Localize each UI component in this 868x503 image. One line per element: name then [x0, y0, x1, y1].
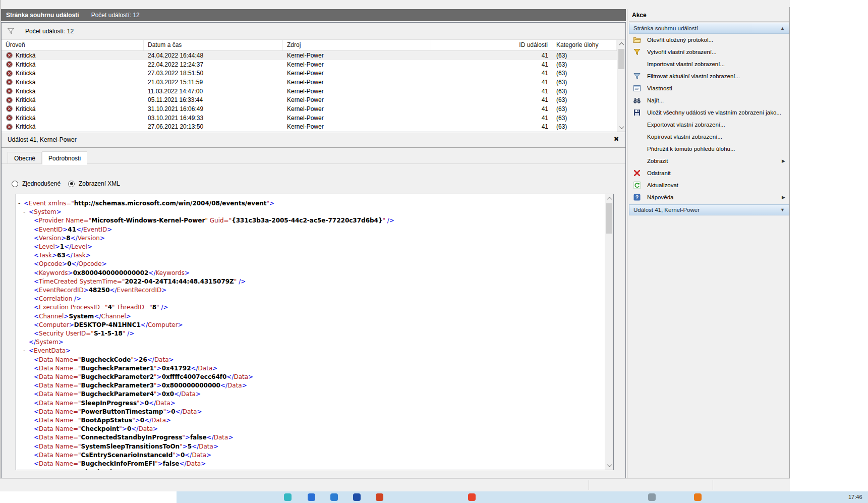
preview-title: Událost 41, Kernel-Power — [8, 132, 77, 147]
action-item[interactable]: Zobrazit▶ — [629, 155, 789, 167]
xml-view[interactable]: -<Event xmlns="http://schemas.microsoft.… — [16, 194, 614, 470]
action-item[interactable]: Vytvořit vlastní zobrazení... — [629, 46, 789, 58]
event-level-label: Kritická — [16, 96, 35, 103]
collapse-marker[interactable]: - — [23, 347, 25, 355]
event-level: Kritická — [2, 96, 144, 104]
event-row[interactable]: Kritická11.03.2022 14:47:00Kernel-Power4… — [2, 87, 617, 96]
column-header[interactable]: Datum a čas — [144, 40, 283, 50]
critical-icon — [6, 114, 13, 122]
column-header[interactable]: ID události — [431, 40, 552, 50]
taskbar-app-icon[interactable] — [308, 493, 315, 501]
taskbar-app-icon[interactable] — [330, 493, 338, 501]
event-datetime: 05.11.2021 16:33:44 — [144, 96, 283, 103]
view-mode-radio[interactable]: Zobrazení XML — [68, 179, 120, 189]
xml-line: </System> — [16, 338, 605, 347]
action-item-label: Vlastnosti — [647, 85, 672, 91]
scroll-thumb[interactable] — [618, 49, 624, 69]
preview-header: Událost 41, Kernel-Power ✖ — [2, 132, 625, 147]
event-id: 41 — [431, 79, 552, 86]
action-item[interactable]: Importovat vlastní zobrazení... — [629, 58, 789, 70]
action-item[interactable]: ?Nápověda▶ — [629, 191, 789, 203]
table-scrollbar[interactable] — [617, 40, 625, 132]
action-section-header[interactable]: Událost 41, Kernel-Power▼ — [629, 204, 789, 215]
chevron-down-icon[interactable]: ▼ — [780, 207, 785, 212]
preview-tab[interactable]: Obecné — [8, 152, 42, 164]
scroll-thumb[interactable] — [606, 203, 612, 234]
preview-header-divider — [2, 147, 625, 148]
critical-icon — [6, 61, 13, 68]
taskbar-search-area[interactable] — [0, 491, 177, 503]
preview-tab[interactable]: Podrobnosti — [42, 151, 87, 165]
taskbar[interactable]: 17:46 — [0, 491, 868, 503]
event-row[interactable]: Kritická05.11.2021 16:33:44Kernel-Power4… — [2, 95, 617, 104]
scroll-up-button[interactable] — [605, 194, 613, 203]
critical-icon — [6, 123, 13, 131]
taskbar-app-icon[interactable] — [353, 493, 361, 501]
event-task-category: (63) — [552, 79, 617, 86]
event-source: Kernel-Power — [283, 88, 431, 95]
action-item[interactable]: Exportovat vlastní zobrazení... — [629, 119, 789, 131]
view-mode-radio[interactable]: Zjednodušené — [12, 179, 61, 189]
event-row[interactable]: Kritická24.04.2022 16:44:48Kernel-Power4… — [2, 51, 617, 60]
collapse-marker[interactable]: - — [18, 199, 20, 208]
event-task-category: (63) — [552, 96, 617, 103]
collapse-marker[interactable]: - — [23, 208, 25, 216]
column-header[interactable]: Kategorie úlohy — [552, 40, 617, 50]
close-icon[interactable]: ✖ — [612, 135, 620, 143]
action-item[interactable]: Filtrovat aktuální vlastní zobrazení... — [629, 70, 789, 82]
xml-line: <Data Name="BugcheckParameter3">0x800000… — [16, 381, 605, 390]
pane-divider — [627, 9, 627, 478]
scroll-up-button[interactable] — [617, 40, 625, 48]
scroll-down-button[interactable] — [617, 123, 625, 132]
critical-icon — [6, 70, 13, 77]
xml-line: <Data Name="PowerButtonTimestamp">0</Dat… — [16, 408, 605, 416]
event-task-category: (63) — [552, 61, 617, 68]
radio-button-icon[interactable] — [68, 181, 75, 187]
event-row[interactable]: Kritická03.10.2021 16:49:33Kernel-Power4… — [2, 114, 617, 123]
event-row[interactable]: Kritická21.03.2022 15:11:59Kernel-Power4… — [2, 78, 617, 87]
column-header[interactable]: Úroveň — [2, 40, 144, 50]
event-task-category: (63) — [552, 105, 617, 113]
action-section-header[interactable]: Stránka souhrnu událostí▲ — [629, 23, 789, 34]
event-level: Kritická — [2, 70, 144, 77]
event-row[interactable]: Kritická22.04.2022 12:24:37Kernel-Power4… — [2, 60, 617, 69]
event-datetime: 22.04.2022 12:24:37 — [144, 61, 283, 68]
column-header[interactable]: Zdroj — [283, 40, 431, 50]
taskbar-app-icon[interactable] — [376, 493, 383, 501]
action-item[interactable]: Uložit všechny události ve vlastním zobr… — [629, 106, 789, 119]
taskbar-clock[interactable]: 17:46 — [848, 494, 862, 500]
action-item[interactable]: Přidružit k tomuto pohledu úlohu... — [629, 143, 789, 155]
taskbar-app-icon[interactable] — [468, 493, 476, 501]
event-level-label: Kritická — [16, 123, 35, 130]
critical-icon — [6, 96, 13, 104]
critical-icon — [6, 105, 13, 113]
event-level-label: Kritická — [16, 88, 35, 95]
action-item[interactable]: Vlastnosti — [629, 82, 789, 94]
filter-count-label: Počet událostí: 12 — [25, 28, 74, 35]
xml-scrollbar[interactable] — [605, 194, 613, 470]
action-item[interactable]: Aktualizovat — [629, 179, 789, 191]
event-task-category: (63) — [552, 88, 617, 95]
xml-line: <Data Name="CsEntryScenarioInstanceId">0… — [16, 451, 605, 460]
chevron-up-icon[interactable]: ▲ — [780, 26, 785, 31]
event-row[interactable]: Kritická27.06.2021 20:13:50Kernel-Power4… — [2, 123, 617, 132]
action-item[interactable]: Najít... — [629, 94, 789, 106]
action-item[interactable]: Odstranit — [629, 167, 789, 179]
event-row[interactable]: Kritická31.10.2021 16:06:49Kernel-Power4… — [2, 104, 617, 114]
section-title: Událost 41, Kernel-Power — [633, 207, 780, 213]
taskbar-app-icon[interactable] — [694, 493, 702, 501]
event-row[interactable]: Kritická27.03.2022 18:51:50Kernel-Power4… — [2, 69, 617, 78]
event-task-category: (63) — [552, 115, 617, 122]
xml-line: <Data Name="SystemSleepTransitionsToOn">… — [16, 442, 605, 451]
create-filter-icon — [633, 48, 641, 56]
save-icon — [633, 108, 641, 117]
radio-button-icon[interactable] — [12, 181, 18, 187]
event-level-label: Kritická — [16, 52, 35, 59]
taskbar-app-icon[interactable] — [648, 493, 656, 501]
event-level: Kritická — [2, 78, 144, 86]
xml-line: <Opcode>0</Opcode> — [16, 260, 605, 268]
scroll-down-button[interactable] — [605, 461, 613, 470]
action-item[interactable]: Otevřít uložený protokol... — [629, 34, 789, 46]
action-item[interactable]: Kopírovat vlastní zobrazení... — [629, 131, 789, 143]
taskbar-app-icon[interactable] — [284, 493, 292, 501]
